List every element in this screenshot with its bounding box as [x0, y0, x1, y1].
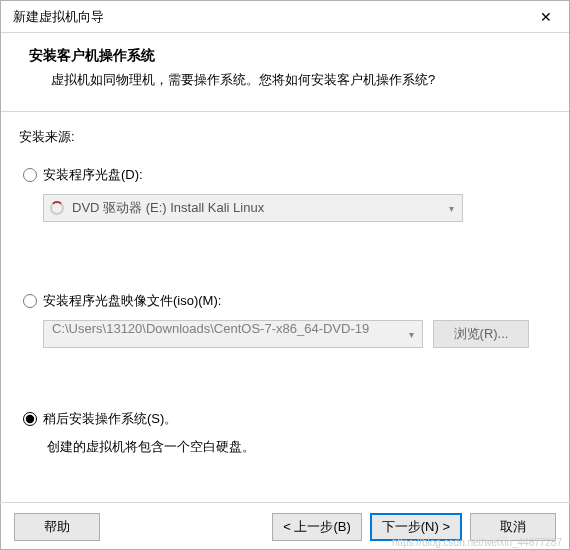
- option-later: 稍后安装操作系统(S)。 创建的虚拟机将包含一个空白硬盘。: [19, 410, 551, 456]
- back-button[interactable]: < 上一步(B): [272, 513, 362, 541]
- wizard-header: 安装客户机操作系统 虚拟机如同物理机，需要操作系统。您将如何安装客户机操作系统?: [1, 33, 569, 112]
- iso-path-combobox[interactable]: C:\Users\13120\Downloads\CentOS-7-x86_64…: [43, 320, 423, 348]
- radio-disc[interactable]: [23, 168, 37, 182]
- browse-button[interactable]: 浏览(R)...: [433, 320, 529, 348]
- radio-iso[interactable]: [23, 294, 37, 308]
- iso-input-row: C:\Users\13120\Downloads\CentOS-7-x86_64…: [43, 320, 551, 348]
- help-button[interactable]: 帮助: [14, 513, 100, 541]
- close-icon[interactable]: ✕: [533, 4, 559, 30]
- titlebar: 新建虚拟机向导 ✕: [1, 1, 569, 33]
- content-area: 安装来源: 安装程序光盘(D): DVD 驱动器 (E:) Install Ka…: [1, 112, 569, 482]
- option-iso: 安装程序光盘映像文件(iso)(M): C:\Users\13120\Downl…: [19, 292, 551, 348]
- option-iso-label: 安装程序光盘映像文件(iso)(M):: [43, 292, 221, 310]
- option-disc-label: 安装程序光盘(D):: [43, 166, 143, 184]
- disc-drive-dropdown[interactable]: DVD 驱动器 (E:) Install Kali Linux ▾: [43, 194, 463, 222]
- iso-path-text: C:\Users\13120\Downloads\CentOS-7-x86_64…: [52, 321, 369, 336]
- option-disc: 安装程序光盘(D): DVD 驱动器 (E:) Install Kali Lin…: [19, 166, 551, 222]
- source-label: 安装来源:: [19, 128, 551, 146]
- later-note: 创建的虚拟机将包含一个空白硬盘。: [19, 438, 551, 456]
- option-later-label: 稍后安装操作系统(S)。: [43, 410, 177, 428]
- window-title: 新建虚拟机向导: [13, 8, 104, 26]
- wizard-footer: 帮助 < 上一步(B) 下一步(N) > 取消: [0, 502, 570, 550]
- chevron-down-icon: ▾: [449, 203, 454, 214]
- loading-icon: [50, 201, 64, 215]
- radio-later[interactable]: [23, 412, 37, 426]
- chevron-down-icon: ▾: [409, 329, 414, 340]
- option-iso-row[interactable]: 安装程序光盘映像文件(iso)(M):: [19, 292, 551, 310]
- cancel-button[interactable]: 取消: [470, 513, 556, 541]
- page-heading: 安装客户机操作系统: [29, 47, 541, 65]
- option-later-row[interactable]: 稍后安装操作系统(S)。: [19, 410, 551, 428]
- disc-drive-text: DVD 驱动器 (E:) Install Kali Linux: [72, 199, 264, 217]
- page-subtitle: 虚拟机如同物理机，需要操作系统。您将如何安装客户机操作系统?: [29, 71, 541, 89]
- option-disc-row[interactable]: 安装程序光盘(D):: [19, 166, 551, 184]
- next-button[interactable]: 下一步(N) >: [370, 513, 462, 541]
